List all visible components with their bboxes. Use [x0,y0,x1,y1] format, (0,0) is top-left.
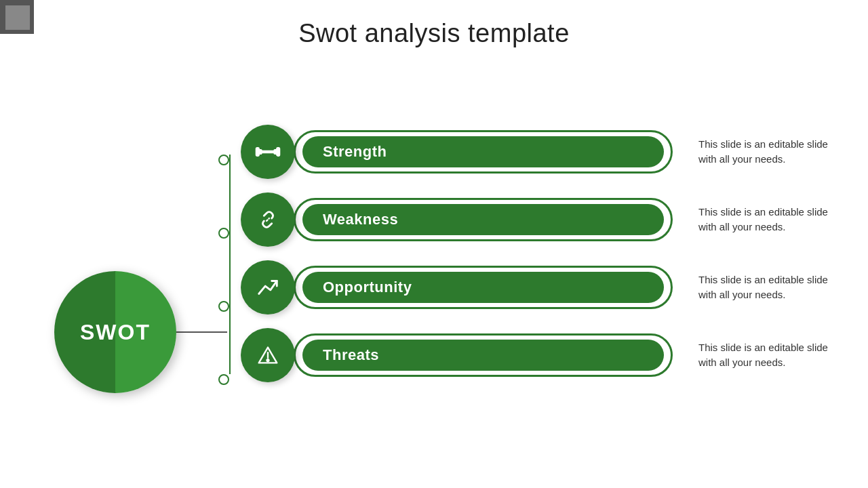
threats-label: Threats [323,346,379,364]
strength-pill-inner: Strength [302,136,664,167]
opportunity-pill-outer: Opportunity [294,266,673,309]
svg-rect-1 [256,148,259,155]
threats-pill: Threats [294,333,673,377]
strength-description: This slide is an editable slide with all… [698,137,848,167]
strength-pill-outer: Strength [294,130,673,174]
weakness-icon-circle [241,192,295,247]
strength-pill: Strength [294,130,673,174]
trending-up-icon [255,274,281,300]
opportunity-icon-circle [241,260,295,314]
opportunity-pill-inner: Opportunity [302,272,664,303]
deco-square-light [5,5,30,30]
swot-item-threats: Threats This slide is an editable slide … [241,328,848,382]
weakness-pill-inner: Weakness [302,204,664,235]
swot-label: SWOT [80,320,151,345]
timeline-line [229,155,231,374]
threats-pill-inner: Threats [302,340,664,371]
timeline-dot-2 [218,228,229,239]
page-title: Swot analysis template [0,0,868,48]
svg-line-5 [267,218,269,221]
horizontal-connector [176,331,227,333]
strength-icon-circle [241,125,295,179]
swot-circle: SWOT [54,271,176,393]
warning-icon [255,342,281,368]
threats-icon-circle [241,328,295,382]
opportunity-description: This slide is an editable slide with all… [698,272,848,303]
weakness-pill-outer: Weakness [294,198,673,241]
threats-pill-outer: Threats [294,333,673,377]
weakness-description: This slide is an editable slide with all… [698,205,848,235]
opportunity-pill: Opportunity [294,266,673,309]
threats-description: This slide is an editable slide with all… [698,340,848,371]
broken-link-icon [255,207,281,232]
svg-point-8 [267,359,269,361]
swot-items-container: Strength This slide is an editable slide… [241,125,848,382]
strength-label: Strength [323,143,387,161]
opportunity-label: Opportunity [323,279,412,296]
swot-item-strength: Strength This slide is an editable slide… [241,125,848,179]
timeline-dot-3 [218,301,229,312]
weakness-pill: Weakness [294,198,673,241]
swot-item-opportunity: Opportunity This slide is an editable sl… [241,260,848,314]
timeline-dot-4 [218,374,229,385]
svg-rect-3 [277,148,279,155]
dumbbell-icon [255,139,281,165]
timeline-dot-1 [218,155,229,165]
weakness-label: Weakness [323,211,398,228]
swot-circle-container: SWOT [54,271,176,393]
swot-item-weakness: Weakness This slide is an editable slide… [241,192,848,247]
svg-rect-4 [262,151,275,152]
